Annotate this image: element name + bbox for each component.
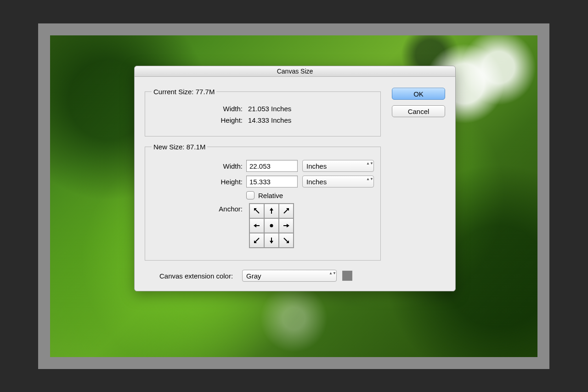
extension-color-swatch[interactable] <box>342 271 352 281</box>
new-width-label: Width: <box>152 162 246 170</box>
svg-marker-3 <box>270 208 273 210</box>
height-input[interactable] <box>246 176 298 187</box>
width-unit-select[interactable]: Inches ▲▼ <box>302 160 374 172</box>
stepper-icon: ▲▼ <box>366 177 371 181</box>
stepper-icon: ▲▼ <box>329 272 334 275</box>
new-size-legend: New Size: 87.1M <box>152 143 207 151</box>
svg-marker-10 <box>287 224 289 227</box>
anchor-nw[interactable] <box>249 204 264 218</box>
current-size-group: Current Size: 77.7M Width: 21.053 Inches… <box>145 88 381 136</box>
svg-marker-7 <box>254 224 256 227</box>
anchor-se[interactable] <box>279 233 294 248</box>
relative-label: Relative <box>258 192 283 199</box>
anchor-w[interactable] <box>249 218 264 233</box>
svg-marker-14 <box>270 241 273 244</box>
new-size-group: New Size: 87.1M Width: Inches ▲▼ Height:… <box>145 143 381 261</box>
current-width-value: 21.053 Inches <box>246 105 291 113</box>
relative-checkbox[interactable] <box>246 191 254 199</box>
current-height-value: 14.333 Inches <box>246 116 291 124</box>
anchor-e[interactable] <box>279 218 294 233</box>
width-unit-value: Inches <box>306 162 327 170</box>
new-height-label: Height: <box>152 178 246 186</box>
cancel-button[interactable]: Cancel <box>392 105 445 117</box>
current-size-legend: Current Size: 77.7M <box>152 88 216 96</box>
dialog-title: Canvas Size <box>135 66 455 77</box>
anchor-s[interactable] <box>264 233 279 248</box>
anchor-n[interactable] <box>264 204 279 218</box>
anchor-center[interactable] <box>264 218 279 233</box>
anchor-sw[interactable] <box>249 233 264 248</box>
current-height-label: Height: <box>152 116 246 124</box>
current-width-label: Width: <box>152 105 246 113</box>
anchor-ne[interactable] <box>279 204 294 218</box>
stepper-icon: ▲▼ <box>366 162 371 165</box>
ok-button[interactable]: OK <box>392 88 445 100</box>
width-input[interactable] <box>246 160 298 172</box>
anchor-label: Anchor: <box>152 203 246 213</box>
svg-point-8 <box>270 224 273 227</box>
extension-color-select[interactable]: Gray ▲▼ <box>242 270 337 282</box>
canvas-size-dialog: Canvas Size Current Size: 77.7M Width: 2… <box>134 66 456 291</box>
extension-color-label: Canvas extension color: <box>145 272 237 280</box>
extension-color-value: Gray <box>246 272 261 280</box>
height-unit-select[interactable]: Inches ▲▼ <box>302 176 374 187</box>
height-unit-value: Inches <box>306 178 327 186</box>
anchor-grid <box>249 203 294 248</box>
